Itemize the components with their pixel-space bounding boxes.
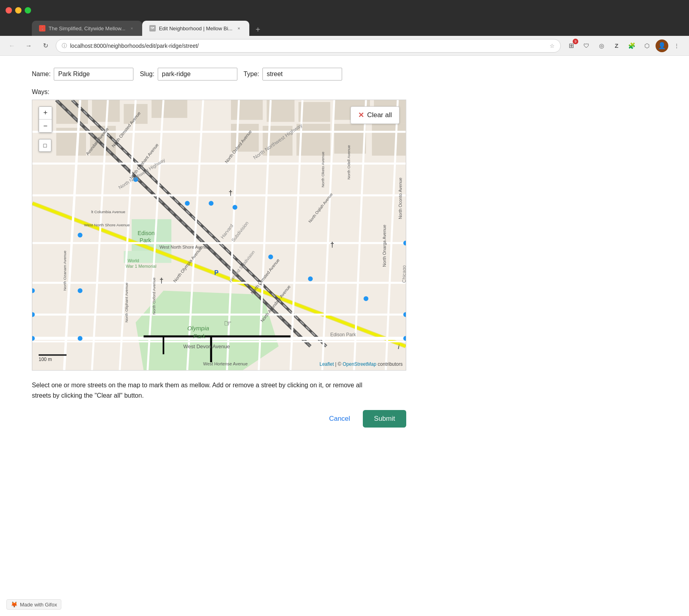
kebab-menu-icon: ⋮	[674, 43, 680, 49]
tab-simplified[interactable]: 📍 The Simplified, Citywide Mellow... ×	[32, 21, 142, 36]
close-button[interactable]	[6, 7, 12, 14]
svg-text:North Oketo Avenue: North Oketo Avenue	[321, 151, 325, 187]
tab-favicon-1: 📍	[39, 25, 45, 31]
osm-link[interactable]: OpenStreetMap	[343, 361, 376, 367]
cancel-button[interactable]: Cancel	[323, 411, 356, 427]
svg-point-58	[364, 296, 368, 301]
svg-text:☞: ☞	[224, 318, 232, 328]
action-buttons: Cancel Submit	[32, 410, 406, 428]
svg-text:World: World	[128, 258, 139, 263]
svg-text:North Oliphant Avenue: North Oliphant Avenue	[124, 282, 129, 323]
svg-text:Edison: Edison	[138, 230, 155, 236]
maximize-button[interactable]	[25, 7, 31, 14]
attribution-separator: | ©	[335, 361, 343, 367]
svg-text:West North Shore Avenue: West North Shore Avenue	[159, 245, 209, 249]
form-row: Name: Slug: Type:	[32, 68, 657, 80]
svg-point-57	[308, 277, 313, 281]
extension-icon-1[interactable]: ⊞ 9	[565, 39, 577, 52]
map-svg: North Oxford Avenue North Oliphant Avenu…	[32, 100, 406, 370]
attribution-suffix: contributors	[378, 361, 403, 367]
svg-text:Park: Park	[193, 333, 206, 339]
tab-close-1[interactable]: ×	[129, 25, 135, 31]
new-tab-button[interactable]: +	[252, 23, 264, 36]
svg-text:Chicago: Chicago	[401, 265, 406, 282]
minimize-button[interactable]	[15, 7, 22, 14]
browser-titlebar	[0, 0, 689, 21]
gifox-icon: 🦊	[11, 601, 18, 608]
leaflet-link[interactable]: Leaflet	[319, 361, 334, 367]
z-icon: Z	[615, 42, 618, 49]
svg-rect-5	[152, 100, 188, 118]
browser-toolbar: ← → ↻ ⓘ localhost:8000/neighborhoods/edi…	[0, 36, 689, 56]
forward-button[interactable]: →	[22, 39, 35, 52]
extension-icon-2[interactable]: 🛡	[580, 39, 593, 52]
map-scale: 100 m	[39, 354, 67, 362]
url-text: localhost:8000/neighborhoods/edit/park-r…	[70, 43, 546, 49]
shield-icon: 🛡	[583, 42, 589, 49]
extensions-button2[interactable]: ⬡	[640, 39, 653, 52]
circle-icon: ◎	[599, 42, 604, 49]
tab-favicon-2: 🗺	[149, 25, 156, 31]
page-content: Name: Slug: Type: Ways:	[0, 56, 689, 616]
svg-text:North Oconto Avenue: North Oconto Avenue	[398, 178, 403, 220]
slug-label: Slug:	[140, 71, 154, 78]
tabs-bar: 📍 The Simplified, Citywide Mellow... × 🗺…	[0, 21, 689, 36]
svg-text:lt Columbia Avenue: lt Columbia Avenue	[91, 210, 125, 214]
browser-chrome: 📍 The Simplified, Citywide Mellow... × 🗺…	[0, 0, 689, 56]
secure-icon: ⓘ	[62, 42, 67, 49]
zoom-in-button[interactable]: +	[39, 107, 52, 120]
slug-field-group: Slug:	[140, 68, 237, 80]
clear-all-x-icon: ✕	[358, 111, 364, 120]
svg-text:North Odell Avenue: North Odell Avenue	[346, 145, 351, 180]
avatar-icon: 👤	[658, 42, 666, 49]
toolbar-icons: ⊞ 9 🛡 ◎ Z 🧩 ⬡ 👤 ⋮	[565, 39, 683, 52]
map-container[interactable]: North Oxford Avenue North Oliphant Avenu…	[32, 100, 406, 371]
svg-text:Olympia: Olympia	[187, 325, 209, 332]
svg-point-55	[233, 205, 237, 210]
extensions-button[interactable]: 🧩	[625, 39, 638, 52]
svg-point-51	[78, 336, 82, 341]
svg-point-54	[209, 201, 213, 206]
svg-text:†: †	[330, 241, 334, 249]
reload-button[interactable]: ↻	[39, 39, 52, 52]
svg-text:P: P	[214, 269, 219, 276]
back-button[interactable]: ←	[6, 39, 18, 52]
menu-button[interactable]: ⋮	[671, 39, 683, 52]
svg-text:†: †	[229, 189, 233, 197]
bookmark-icon[interactable]: ☆	[550, 43, 555, 49]
svg-text:North Ozanam Avenue: North Ozanam Avenue	[63, 250, 67, 290]
map-zoom-controls: + −	[39, 106, 52, 133]
svg-text:†: †	[159, 277, 163, 284]
clear-all-button[interactable]: ✕ Clear all	[350, 106, 399, 124]
svg-text:West Devon Avenue: West Devon Avenue	[183, 343, 230, 349]
instructions-text: Select one or more streets on the map to…	[32, 380, 382, 400]
extension-icon-z[interactable]: Z	[610, 39, 623, 52]
address-bar[interactable]: ⓘ localhost:8000/neighborhoods/edit/park…	[56, 39, 561, 53]
name-field-group: Name:	[32, 68, 133, 80]
gifox-label: Made with Gifox	[20, 602, 57, 608]
map-info-icon[interactable]: i	[398, 344, 399, 350]
slug-input[interactable]	[158, 68, 237, 80]
name-label: Name:	[32, 71, 51, 78]
profile-avatar[interactable]: 👤	[656, 39, 668, 52]
zoom-out-button[interactable]: −	[39, 120, 52, 132]
svg-point-50	[78, 288, 82, 293]
svg-text:North Oxford Avenue: North Oxford Avenue	[152, 277, 156, 314]
type-input[interactable]	[262, 68, 342, 80]
layers-button[interactable]: □	[39, 139, 51, 152]
tab-close-2[interactable]: ×	[236, 25, 242, 31]
svg-rect-8	[298, 102, 330, 122]
tab-edit-neighborhood[interactable]: 🗺 Edit Neighborhood | Mellow Bi... ×	[142, 21, 249, 36]
svg-point-56	[268, 255, 273, 259]
name-input[interactable]	[54, 68, 133, 80]
traffic-lights	[6, 7, 31, 14]
puzzle2-icon: ⬡	[644, 42, 650, 49]
svg-text:Edison Park: Edison Park	[330, 332, 356, 337]
map-attribution: Leaflet | © OpenStreetMap contributors	[319, 361, 403, 367]
svg-rect-6	[231, 100, 263, 120]
extension-icon-3[interactable]: ◎	[595, 39, 608, 52]
svg-text:West Hortense Avenue: West Hortense Avenue	[203, 361, 248, 366]
submit-button[interactable]: Submit	[363, 410, 406, 428]
svg-text:West North Shore Avenue: West North Shore Avenue	[84, 223, 130, 227]
svg-text:Park: Park	[140, 237, 151, 243]
